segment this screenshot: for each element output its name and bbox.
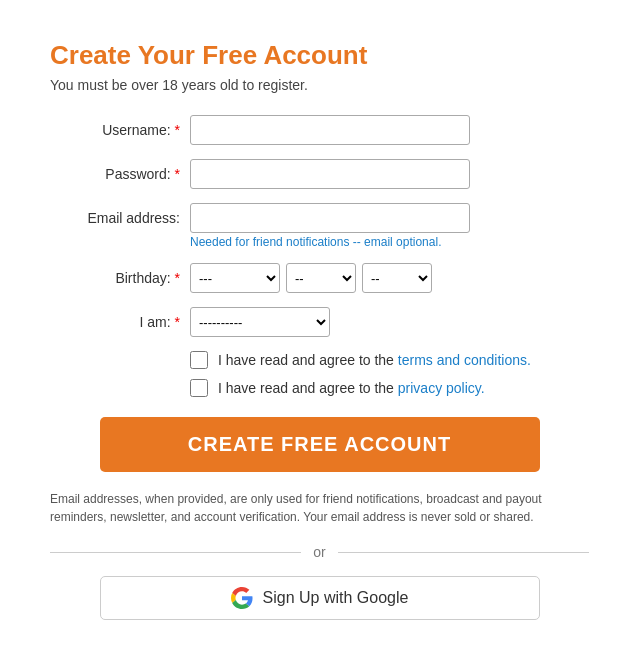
birthday-selects: --- JanFebMar AprMayJun JulAugSep OctNov… bbox=[190, 263, 432, 293]
username-label: Username: * bbox=[50, 122, 190, 138]
email-row: Email address: bbox=[50, 203, 589, 233]
registration-form-container: Create Your Free Account You must be ove… bbox=[20, 20, 619, 640]
or-text: or bbox=[301, 544, 337, 560]
birthday-day-select[interactable]: -- 1234 5678 9101520 253031 bbox=[286, 263, 356, 293]
password-required: * bbox=[175, 166, 180, 182]
privacy-checkbox[interactable] bbox=[190, 379, 208, 397]
page-title: Create Your Free Account bbox=[50, 40, 589, 71]
google-button-label: Sign Up with Google bbox=[263, 589, 409, 607]
password-row: Password: * bbox=[50, 159, 589, 189]
iam-row: I am: * ---------- Male Female Other bbox=[50, 307, 589, 337]
email-note: Needed for friend notifications -- email… bbox=[190, 235, 589, 249]
birthday-label: Birthday: * bbox=[50, 270, 190, 286]
birthday-required: * bbox=[175, 270, 180, 286]
google-signin-button[interactable]: Sign Up with Google bbox=[100, 576, 540, 620]
iam-required: * bbox=[175, 314, 180, 330]
checkbox-section: I have read and agree to the terms and c… bbox=[190, 351, 589, 397]
privacy-link[interactable]: privacy policy. bbox=[398, 380, 485, 396]
email-input[interactable] bbox=[190, 203, 470, 233]
birthday-year-select[interactable]: -- 200520001995 199019851980 19751970 bbox=[362, 263, 432, 293]
email-notice-text: Email addresses, when provided, are only… bbox=[50, 490, 589, 526]
birthday-month-select[interactable]: --- JanFebMar AprMayJun JulAugSep OctNov… bbox=[190, 263, 280, 293]
or-divider: or bbox=[50, 544, 589, 560]
password-input[interactable] bbox=[190, 159, 470, 189]
terms-checkbox[interactable] bbox=[190, 351, 208, 369]
username-input[interactable] bbox=[190, 115, 470, 145]
terms-row: I have read and agree to the terms and c… bbox=[190, 351, 589, 369]
terms-link[interactable]: terms and conditions. bbox=[398, 352, 531, 368]
terms-text: I have read and agree to the terms and c… bbox=[218, 352, 531, 368]
age-requirement: You must be over 18 years old to registe… bbox=[50, 77, 589, 93]
google-icon bbox=[231, 587, 253, 609]
birthday-row: Birthday: * --- JanFebMar AprMayJun JulA… bbox=[50, 263, 589, 293]
email-block: Email address: Needed for friend notific… bbox=[50, 203, 589, 249]
username-row: Username: * bbox=[50, 115, 589, 145]
divider-line-left bbox=[50, 552, 301, 553]
password-label: Password: * bbox=[50, 166, 190, 182]
create-account-button[interactable]: CREATE FREE ACCOUNT bbox=[100, 417, 540, 472]
privacy-row: I have read and agree to the privacy pol… bbox=[190, 379, 589, 397]
username-required: * bbox=[175, 122, 180, 138]
divider-line-right bbox=[338, 552, 589, 553]
iam-label: I am: * bbox=[50, 314, 190, 330]
email-label: Email address: bbox=[50, 210, 190, 226]
iam-select[interactable]: ---------- Male Female Other bbox=[190, 307, 330, 337]
privacy-text: I have read and agree to the privacy pol… bbox=[218, 380, 485, 396]
